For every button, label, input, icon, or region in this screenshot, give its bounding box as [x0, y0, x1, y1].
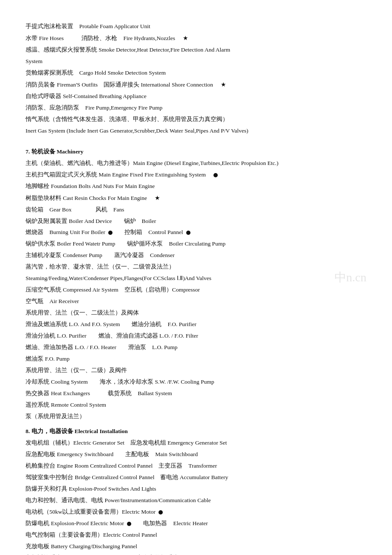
content-line-l38: 防爆开关和灯具 Explosion-Proof Switches And Lig…: [26, 484, 366, 494]
content-line-l11: 主机（柴油机、燃汽油机、电力推进等）Main Engine (Diesel En…: [26, 158, 366, 169]
content-line-l14: 树脂垫块材料 Cast Resin Chocks For Main Engine…: [26, 193, 366, 204]
bullet-icon: [127, 522, 131, 526]
content-line-l31: 遥控系统 Remote Control System: [26, 400, 366, 410]
content-line-l37: 驾驶室集中控制台 Bridge Centralized Control Pann…: [26, 472, 366, 483]
content-line-l3b: System: [26, 56, 366, 67]
content-line-l15: 齿轮箱 Gear Box 风机 Fans: [26, 205, 366, 215]
bullet-icon: [213, 173, 218, 177]
content-line-l8: 惰气系统（含惰性气体发生器、洗涤塔、甲板水封、系统用管及压力真空阀）: [26, 114, 366, 125]
content-line-l30: 热交换器 Heat Exchangers 载货系统 Ballast System: [26, 388, 366, 399]
content-line-l36: 机舱集控台 Engine Room Centralized Control Pa…: [26, 461, 366, 471]
content-line-l18: 锅炉供水泵 Boiler Feed Watetr Pump 锅炉循环水泵 Boi…: [26, 239, 366, 249]
content-line-l22: 空气瓶 Air Receiver: [26, 296, 366, 307]
content-line-l20: 蒸汽管，给水管、凝水管、法兰（仅一、二级管及法兰）: [26, 262, 366, 272]
content-line-l25: 滑油分油机 L.O. Purifier 燃油、滑油自清式滤器 L.O. / F.…: [26, 331, 366, 341]
content-line-l23: 系统用管、法兰（仅一、二级法兰）及阀体: [26, 308, 366, 318]
content-line-l39: 电力和控制、通讯电缆、电线 Power/Instrumentation/Comm…: [26, 495, 366, 506]
content-line-l7: 消防泵、应急消防泵 Fire Pump,Emergency Fire Pump: [26, 103, 366, 113]
bullet-icon: [186, 231, 190, 235]
content-line-l10: 7. 轮机设备 Machinery: [26, 147, 366, 157]
content-line-l40: 电动机（50kw以上或重要设备套用）Electric Motor: [26, 507, 366, 517]
content-line-l26: 燃油、滑油加热器 L.O. / F.O. Heater 滑油泵 L.O. Pum…: [26, 342, 366, 353]
content-line-l21: 压缩空气系统 Compressed Air System 空压机（启动用）Com…: [26, 285, 366, 295]
content-line-l27: 燃油泵 F.O. Pump: [26, 354, 366, 364]
content-line-l5: 消防员装备 Fireman'S Outfits 国际通岸接头 Internati…: [26, 79, 366, 90]
content-line-l44: 主机遥控系统 M.E. Remote Control System 安全和警报系…: [26, 553, 366, 555]
content-line-l34: 发电机组（辅机）Electric Generator Set 应急发电机组 Em…: [26, 438, 366, 448]
content-line-l16: 锅炉及附属装置 Boiler And Device 锅炉 Boiler: [26, 216, 366, 227]
bullet-icon: [159, 510, 163, 515]
content-line-l24: 滑油及燃油系统 L.O. And F.O. System 燃油分油机 F.O. …: [26, 319, 366, 330]
content-line-l32: 泵（系统用管及法兰）: [26, 411, 366, 422]
content-line-l28: 系统用管、法兰（仅一、二级）及阀件: [26, 365, 366, 376]
content-area: 手提式泡沫枪装置 Protable Foam Applicator Unit水带…: [26, 21, 366, 555]
content-line-l19: 主辅机冷凝泵 Condenser Pump 蒸汽冷凝器 Condenser: [26, 250, 366, 261]
star-icon: ★: [183, 35, 188, 41]
content-line-l1: 手提式泡沫枪装置 Protable Foam Applicator Unit: [26, 21, 366, 32]
content-line-l41: 防爆电机 Explosion-Proof Electric Motor 电加热器…: [26, 518, 366, 529]
content-line-l8b: Inert Gas System (Include Inert Gas Gene…: [26, 126, 366, 136]
content-line-l12: 主机扫气箱固定式灭火系统 Main Engine Fixed Fire Exti…: [26, 170, 366, 180]
content-line-l42: 电气控制箱（主要设备套用）Electric Control Pannel: [26, 530, 366, 541]
content-line-l43: 充放电板 Battery Charging/Discharging Pannel: [26, 541, 366, 552]
content-line-l29: 冷却系统 Cooling System 海水，淡水冷却水泵 S.W. /F.W.…: [26, 377, 366, 387]
star-icon: ★: [221, 81, 226, 88]
content-line-l6: 自给式呼吸器 Self-Contained Breathing Applianc…: [26, 91, 366, 102]
content-line-l4: 货舱烟雾探测系统 Cargo Hold Smoke Detection Syst…: [26, 68, 366, 78]
star-icon: ★: [155, 195, 160, 201]
content-line-l13: 地脚螺栓 Foundation Bolts And Nuts For Main …: [26, 181, 366, 192]
content-line-l2: 水带 Fire Hoses 消防栓、水枪 Fire Hydrants,Nozzl…: [26, 33, 366, 44]
content-line-l9: [26, 137, 366, 142]
content-line-l33: 8. 电力，电器设备 Electrical Installation: [26, 426, 366, 437]
content-line-l3: 感温、感烟式探火报警系统 Smoke Detector,Heat Detecto…: [26, 45, 366, 55]
content-line-l17: 燃烧器 Burning Unit For Boiler 控制箱 Control …: [26, 227, 366, 238]
bullet-icon: [108, 231, 112, 235]
content-line-l20b: Steaming/Feeding,Water/Condenser Pipes,F…: [26, 273, 366, 284]
content-line-l35: 应急配电板 Emergency Switchboard 主配电板 Main Sw…: [26, 449, 366, 460]
